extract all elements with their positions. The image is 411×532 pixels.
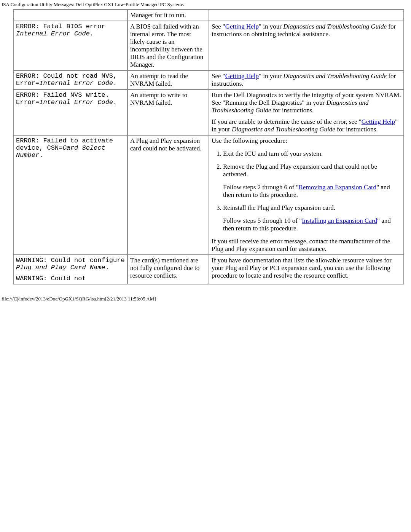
message-cell: ERROR: Failed NVS write. Error=Internal … xyxy=(13,89,127,135)
procedure-intro: Use the following procedure: xyxy=(212,137,401,145)
cause-cell: A BIOS call failed with an internal erro… xyxy=(127,21,209,70)
getting-help-link[interactable]: Getting Help xyxy=(362,118,395,125)
message-cell: ERROR: Could not read NVS, Error=Interna… xyxy=(13,70,127,89)
page-footer-path: file:///C|/infodev/2013/eDoc/OpGX1/SQRG/… xyxy=(2,296,409,302)
list-item: Remove the Plug and Play expansion card … xyxy=(223,163,401,199)
table-row: ERROR: Failed to activate device, CSN=Ca… xyxy=(13,135,404,255)
action-cell: Use the following procedure: Exit the IC… xyxy=(209,135,404,255)
action-cell: Run the Dell Diagnostics to verify the i… xyxy=(209,89,404,135)
getting-help-link[interactable]: Getting Help xyxy=(225,72,259,80)
table-row: Manager for it to run. xyxy=(13,10,404,21)
page-header-title: ISA Configuration Utility Messages: Dell… xyxy=(2,2,409,8)
removing-expansion-card-link[interactable]: Removing an Expansion Card xyxy=(299,184,376,191)
message-cell: WARNING: Could not configure Plug and Pl… xyxy=(13,255,127,284)
action-cell: See "Getting Help" in your Diagnostics a… xyxy=(209,70,404,89)
cause-cell: The card(s) mentioned are not fully conf… xyxy=(127,255,209,284)
cause-cell: An attempt to read the NVRAM failed. xyxy=(127,70,209,89)
table-row: ERROR: Failed NVS write. Error=Internal … xyxy=(13,89,404,135)
getting-help-link[interactable]: Getting Help xyxy=(225,23,259,30)
procedure-outro: If you still receive the error message, … xyxy=(212,238,401,253)
table-row: WARNING: Could not configure Plug and Pl… xyxy=(13,255,404,284)
message-cell: ERROR: Failed to activate device, CSN=Ca… xyxy=(13,135,127,255)
list-item: Reinstall the Plug and Play expansion ca… xyxy=(223,204,401,232)
table-row: ERROR: Could not read NVS, Error=Interna… xyxy=(13,70,404,89)
messages-table: Manager for it to run. ERROR: Fatal BIOS… xyxy=(13,9,404,284)
action-cell: See "Getting Help" in your Diagnostics a… xyxy=(209,21,404,70)
table-row: ERROR: Fatal BIOS error Internal Error C… xyxy=(13,21,404,70)
message-cell: ERROR: Fatal BIOS error Internal Error C… xyxy=(13,21,127,70)
cause-cell: An attempt to write to NVRAM failed. xyxy=(127,89,209,135)
cause-cell: A Plug and Play expansion card could not… xyxy=(127,135,209,255)
cause-cell: Manager for it to run. xyxy=(127,10,209,21)
list-item: Exit the ICU and turn off your system. xyxy=(223,150,401,158)
procedure-list: Exit the ICU and turn off your system. R… xyxy=(212,150,401,232)
installing-expansion-card-link[interactable]: Installing an Expansion Card xyxy=(302,217,377,224)
action-cell: If you have documentation that lists the… xyxy=(209,255,404,284)
main-content: Manager for it to run. ERROR: Fatal BIOS… xyxy=(13,9,404,284)
